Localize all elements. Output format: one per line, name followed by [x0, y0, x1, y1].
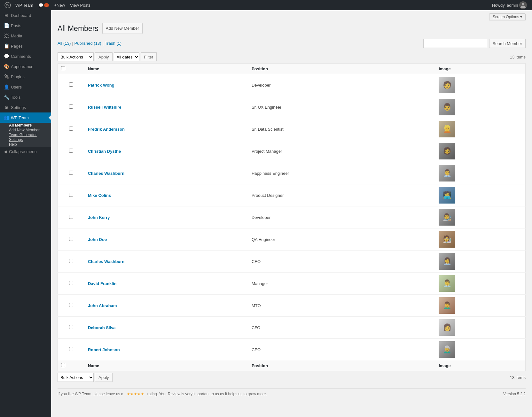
bulk-actions-select[interactable]: Bulk ActionsEditMove to Trash	[58, 52, 94, 61]
row-checkbox-7[interactable]	[69, 215, 73, 219]
row-checkbox-11[interactable]	[69, 303, 73, 307]
sidebar-item-dashboard[interactable]: ⊞ Dashboard	[0, 10, 51, 20]
member-name-link-12[interactable]: Deborah Silva	[88, 325, 116, 330]
table-row: David Franklin Manager 👨‍💼	[58, 273, 526, 295]
row-checkbox-8[interactable]	[69, 237, 73, 241]
sidebar-item-wp-team[interactable]: 👥 WP Team	[0, 112, 51, 123]
sidebar-item-posts[interactable]: 📄 Posts	[0, 20, 51, 31]
posts-icon: 📄	[4, 23, 9, 28]
table-row: Christian Dysthe Project Manager 🧔	[58, 140, 526, 162]
sidebar-item-pages[interactable]: 📋 Pages	[0, 41, 51, 51]
items-count: 13 items	[510, 55, 526, 59]
wp-logo[interactable]: W	[3, 0, 13, 10]
filter-published-link[interactable]: Published (13)	[74, 41, 101, 46]
member-name-link-6[interactable]: Mike Colins	[88, 193, 111, 198]
row-checkbox-12[interactable]	[69, 325, 73, 329]
sidebar-item-users[interactable]: 👤 Users	[0, 82, 51, 92]
member-name-link-8[interactable]: John Doe	[88, 237, 107, 242]
row-image-cell: 👨‍🦳	[435, 339, 525, 361]
filter-trash-link[interactable]: Trash (1)	[105, 41, 121, 46]
sidebar-item-plugins[interactable]: 🔌 Plugins	[0, 72, 51, 82]
member-avatar-9: 👩‍💼	[439, 253, 455, 270]
avatar-face-icon: 👨‍🦱	[439, 297, 455, 314]
row-checkbox-3[interactable]	[69, 127, 73, 131]
row-checkbox-13[interactable]	[69, 347, 73, 351]
table-row: Charles Washburn CEO 👩‍💼	[58, 251, 526, 273]
footer-rating-link[interactable]: ★★★★★	[127, 392, 145, 396]
member-avatar-2: 👨	[439, 99, 455, 115]
settings-icon: ⚙	[4, 105, 9, 110]
adminbar-new[interactable]: + New	[51, 0, 67, 10]
users-icon: 👤	[4, 84, 9, 89]
filter-links: All (13) | Published (13) | Trash (1)	[58, 41, 121, 46]
add-new-member-button[interactable]: Add New Member	[102, 23, 143, 34]
member-name-link-5[interactable]: Charles Washburn	[88, 171, 124, 176]
adminbar-howdy[interactable]: Howdy, admin	[489, 0, 529, 10]
sidebar-item-comments[interactable]: 💬 Comments	[0, 51, 51, 61]
sidebar-item-appearance[interactable]: 🎨 Appearance	[0, 61, 51, 72]
bottom-toolbar: Bulk ActionsEditMove to Trash Apply 13 i…	[58, 373, 526, 382]
member-name-link-7[interactable]: John Kerry	[88, 215, 110, 220]
filter-all-link[interactable]: All (13)	[58, 41, 71, 46]
wp-footer: If you like WP Team, please leave us a ★…	[58, 388, 526, 399]
adminbar-view-posts[interactable]: View Posts	[67, 0, 93, 10]
sidebar-item-tools[interactable]: 🔧 Tools	[0, 92, 51, 102]
sidebar-item-label: Comments	[11, 54, 31, 59]
adminbar-site-name[interactable]: WP Team	[13, 0, 36, 10]
avatar-face-icon: 👩‍💼	[439, 253, 455, 270]
member-name-link-13[interactable]: Robert Johnson	[88, 347, 120, 352]
member-name-link-2[interactable]: Russell Wiltshire	[88, 105, 121, 110]
row-checkbox-10[interactable]	[69, 281, 73, 285]
footer-checkbox-col	[58, 360, 85, 371]
member-name-link-10[interactable]: David Franklin	[88, 281, 117, 286]
header-image-col: Image	[435, 64, 525, 74]
header-name-col[interactable]: Name	[85, 64, 248, 74]
wp-team-icon: 👥	[4, 115, 9, 120]
svg-text:W: W	[6, 4, 9, 7]
sidebar-item-label: Tools	[11, 95, 20, 100]
row-checkbox-cell	[58, 317, 85, 339]
row-checkbox-5[interactable]	[69, 171, 73, 175]
member-name-link-4[interactable]: Christian Dysthe	[88, 149, 121, 154]
member-avatar-3: 👱	[439, 121, 455, 137]
search-member-input[interactable]	[423, 39, 487, 48]
member-name-link-9[interactable]: Charles Washburn	[88, 259, 124, 264]
row-position-cell: CEO	[248, 251, 435, 273]
row-name-cell: Patrick Wong	[85, 74, 248, 96]
select-all-bottom-checkbox[interactable]	[61, 363, 65, 367]
adminbar-comments[interactable]: 💬 0	[36, 0, 52, 10]
bottom-bulk-actions-select[interactable]: Bulk ActionsEditMove to Trash	[58, 373, 94, 382]
apply-button[interactable]: Apply	[95, 52, 113, 61]
submenu-item-help[interactable]: Help	[0, 142, 51, 147]
row-position-cell: Developer	[248, 74, 435, 96]
row-name-cell: John Kerry	[85, 206, 248, 228]
row-checkbox-cell	[58, 339, 85, 361]
sidebar-item-settings[interactable]: ⚙ Settings	[0, 102, 51, 112]
row-checkbox-1[interactable]	[69, 82, 73, 87]
screen-options-button[interactable]: Screen Options ▾	[489, 13, 526, 20]
sidebar-item-label: Dashboard	[11, 13, 31, 18]
member-name-link-3[interactable]: Fredrik Andersson	[88, 127, 125, 132]
row-checkbox-2[interactable]	[69, 104, 73, 109]
sidebar-item-media[interactable]: 🖼 Media	[0, 31, 51, 41]
member-name-link-11[interactable]: John Abraham	[88, 303, 117, 308]
date-filter-select[interactable]: All dates	[114, 52, 139, 61]
bottom-apply-button[interactable]: Apply	[95, 373, 113, 382]
row-checkbox-9[interactable]	[69, 259, 73, 263]
row-checkbox-6[interactable]	[69, 193, 73, 197]
member-name-link-1[interactable]: Patrick Wong	[88, 83, 114, 88]
search-member-button[interactable]: Search Member	[489, 39, 526, 48]
appearance-icon: 🎨	[4, 64, 9, 69]
toolbar-left: Bulk ActionsEditMove to Trash Apply All …	[58, 52, 157, 61]
table-row: Deborah Silva CFO 👩	[58, 317, 526, 339]
plugins-icon: 🔌	[4, 74, 9, 79]
filter-button[interactable]: Filter	[141, 52, 157, 61]
row-name-cell: Charles Washburn	[85, 162, 248, 184]
row-position-cell: QA Engineer	[248, 228, 435, 251]
footer-name-col[interactable]: Name	[85, 360, 248, 371]
row-position-cell: CFO	[248, 317, 435, 339]
select-all-checkbox[interactable]	[61, 66, 65, 70]
row-checkbox-4[interactable]	[69, 149, 73, 153]
row-position-cell: MTO	[248, 295, 435, 317]
table-row: Robert Johnson CEO 👨‍🦳	[58, 339, 526, 361]
